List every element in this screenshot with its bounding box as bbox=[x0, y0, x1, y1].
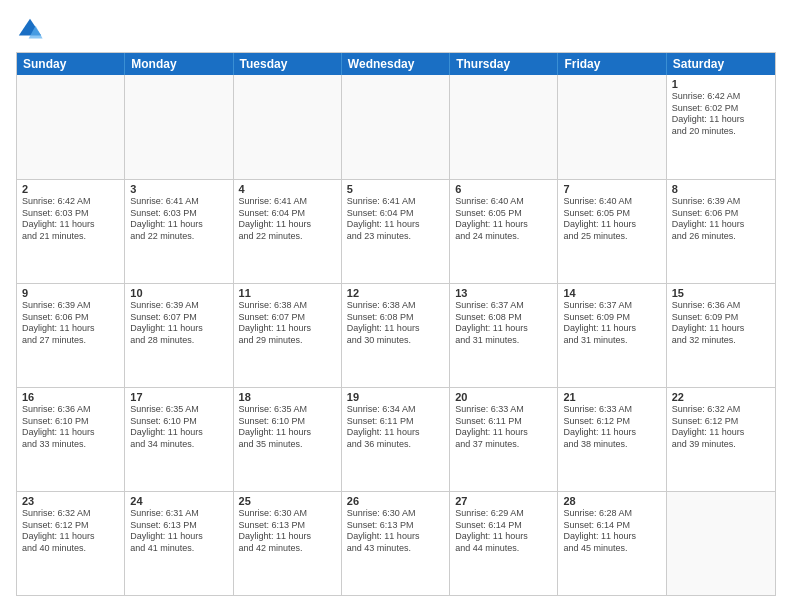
day-info: Sunrise: 6:39 AM Sunset: 6:06 PM Dayligh… bbox=[672, 196, 770, 243]
day-cell-21: 21Sunrise: 6:33 AM Sunset: 6:12 PM Dayli… bbox=[558, 388, 666, 491]
header-day-thursday: Thursday bbox=[450, 53, 558, 75]
day-number: 15 bbox=[672, 287, 770, 299]
day-cell-24: 24Sunrise: 6:31 AM Sunset: 6:13 PM Dayli… bbox=[125, 492, 233, 595]
day-info: Sunrise: 6:32 AM Sunset: 6:12 PM Dayligh… bbox=[22, 508, 119, 555]
calendar-row-2: 9Sunrise: 6:39 AM Sunset: 6:06 PM Daylig… bbox=[17, 283, 775, 387]
day-number: 9 bbox=[22, 287, 119, 299]
day-info: Sunrise: 6:41 AM Sunset: 6:03 PM Dayligh… bbox=[130, 196, 227, 243]
day-number: 7 bbox=[563, 183, 660, 195]
empty-cell-4-6 bbox=[667, 492, 775, 595]
day-cell-27: 27Sunrise: 6:29 AM Sunset: 6:14 PM Dayli… bbox=[450, 492, 558, 595]
day-info: Sunrise: 6:31 AM Sunset: 6:13 PM Dayligh… bbox=[130, 508, 227, 555]
logo bbox=[16, 16, 46, 44]
day-info: Sunrise: 6:42 AM Sunset: 6:02 PM Dayligh… bbox=[672, 91, 770, 138]
day-number: 6 bbox=[455, 183, 552, 195]
day-number: 13 bbox=[455, 287, 552, 299]
calendar-row-1: 2Sunrise: 6:42 AM Sunset: 6:03 PM Daylig… bbox=[17, 179, 775, 283]
day-cell-7: 7Sunrise: 6:40 AM Sunset: 6:05 PM Daylig… bbox=[558, 180, 666, 283]
day-info: Sunrise: 6:30 AM Sunset: 6:13 PM Dayligh… bbox=[239, 508, 336, 555]
day-number: 23 bbox=[22, 495, 119, 507]
day-number: 14 bbox=[563, 287, 660, 299]
day-number: 17 bbox=[130, 391, 227, 403]
day-info: Sunrise: 6:40 AM Sunset: 6:05 PM Dayligh… bbox=[455, 196, 552, 243]
day-info: Sunrise: 6:30 AM Sunset: 6:13 PM Dayligh… bbox=[347, 508, 444, 555]
day-cell-4: 4Sunrise: 6:41 AM Sunset: 6:04 PM Daylig… bbox=[234, 180, 342, 283]
header-day-saturday: Saturday bbox=[667, 53, 775, 75]
header-day-tuesday: Tuesday bbox=[234, 53, 342, 75]
day-info: Sunrise: 6:41 AM Sunset: 6:04 PM Dayligh… bbox=[239, 196, 336, 243]
day-info: Sunrise: 6:41 AM Sunset: 6:04 PM Dayligh… bbox=[347, 196, 444, 243]
day-info: Sunrise: 6:40 AM Sunset: 6:05 PM Dayligh… bbox=[563, 196, 660, 243]
day-number: 20 bbox=[455, 391, 552, 403]
day-cell-14: 14Sunrise: 6:37 AM Sunset: 6:09 PM Dayli… bbox=[558, 284, 666, 387]
day-number: 10 bbox=[130, 287, 227, 299]
day-cell-20: 20Sunrise: 6:33 AM Sunset: 6:11 PM Dayli… bbox=[450, 388, 558, 491]
day-info: Sunrise: 6:36 AM Sunset: 6:10 PM Dayligh… bbox=[22, 404, 119, 451]
header bbox=[16, 16, 776, 44]
day-number: 5 bbox=[347, 183, 444, 195]
day-number: 12 bbox=[347, 287, 444, 299]
day-cell-11: 11Sunrise: 6:38 AM Sunset: 6:07 PM Dayli… bbox=[234, 284, 342, 387]
day-cell-17: 17Sunrise: 6:35 AM Sunset: 6:10 PM Dayli… bbox=[125, 388, 233, 491]
day-cell-28: 28Sunrise: 6:28 AM Sunset: 6:14 PM Dayli… bbox=[558, 492, 666, 595]
day-cell-13: 13Sunrise: 6:37 AM Sunset: 6:08 PM Dayli… bbox=[450, 284, 558, 387]
day-number: 19 bbox=[347, 391, 444, 403]
day-info: Sunrise: 6:35 AM Sunset: 6:10 PM Dayligh… bbox=[130, 404, 227, 451]
calendar-header: SundayMondayTuesdayWednesdayThursdayFrid… bbox=[17, 53, 775, 75]
empty-cell-0-2 bbox=[234, 75, 342, 179]
day-cell-5: 5Sunrise: 6:41 AM Sunset: 6:04 PM Daylig… bbox=[342, 180, 450, 283]
day-number: 16 bbox=[22, 391, 119, 403]
day-info: Sunrise: 6:37 AM Sunset: 6:08 PM Dayligh… bbox=[455, 300, 552, 347]
calendar-row-3: 16Sunrise: 6:36 AM Sunset: 6:10 PM Dayli… bbox=[17, 387, 775, 491]
day-cell-2: 2Sunrise: 6:42 AM Sunset: 6:03 PM Daylig… bbox=[17, 180, 125, 283]
day-cell-19: 19Sunrise: 6:34 AM Sunset: 6:11 PM Dayli… bbox=[342, 388, 450, 491]
day-info: Sunrise: 6:38 AM Sunset: 6:07 PM Dayligh… bbox=[239, 300, 336, 347]
day-info: Sunrise: 6:33 AM Sunset: 6:12 PM Dayligh… bbox=[563, 404, 660, 451]
calendar-row-4: 23Sunrise: 6:32 AM Sunset: 6:12 PM Dayli… bbox=[17, 491, 775, 595]
empty-cell-0-5 bbox=[558, 75, 666, 179]
day-number: 22 bbox=[672, 391, 770, 403]
day-info: Sunrise: 6:39 AM Sunset: 6:06 PM Dayligh… bbox=[22, 300, 119, 347]
day-number: 4 bbox=[239, 183, 336, 195]
calendar: SundayMondayTuesdayWednesdayThursdayFrid… bbox=[16, 52, 776, 596]
day-cell-8: 8Sunrise: 6:39 AM Sunset: 6:06 PM Daylig… bbox=[667, 180, 775, 283]
day-info: Sunrise: 6:36 AM Sunset: 6:09 PM Dayligh… bbox=[672, 300, 770, 347]
day-cell-18: 18Sunrise: 6:35 AM Sunset: 6:10 PM Dayli… bbox=[234, 388, 342, 491]
day-cell-12: 12Sunrise: 6:38 AM Sunset: 6:08 PM Dayli… bbox=[342, 284, 450, 387]
day-info: Sunrise: 6:39 AM Sunset: 6:07 PM Dayligh… bbox=[130, 300, 227, 347]
day-info: Sunrise: 6:35 AM Sunset: 6:10 PM Dayligh… bbox=[239, 404, 336, 451]
calendar-body: 1Sunrise: 6:42 AM Sunset: 6:02 PM Daylig… bbox=[17, 75, 775, 595]
day-number: 11 bbox=[239, 287, 336, 299]
day-info: Sunrise: 6:38 AM Sunset: 6:08 PM Dayligh… bbox=[347, 300, 444, 347]
day-cell-23: 23Sunrise: 6:32 AM Sunset: 6:12 PM Dayli… bbox=[17, 492, 125, 595]
day-number: 18 bbox=[239, 391, 336, 403]
day-cell-16: 16Sunrise: 6:36 AM Sunset: 6:10 PM Dayli… bbox=[17, 388, 125, 491]
day-cell-9: 9Sunrise: 6:39 AM Sunset: 6:06 PM Daylig… bbox=[17, 284, 125, 387]
day-number: 25 bbox=[239, 495, 336, 507]
day-info: Sunrise: 6:34 AM Sunset: 6:11 PM Dayligh… bbox=[347, 404, 444, 451]
header-day-wednesday: Wednesday bbox=[342, 53, 450, 75]
day-cell-25: 25Sunrise: 6:30 AM Sunset: 6:13 PM Dayli… bbox=[234, 492, 342, 595]
page: SundayMondayTuesdayWednesdayThursdayFrid… bbox=[0, 0, 792, 612]
day-number: 24 bbox=[130, 495, 227, 507]
day-number: 1 bbox=[672, 78, 770, 90]
calendar-row-0: 1Sunrise: 6:42 AM Sunset: 6:02 PM Daylig… bbox=[17, 75, 775, 179]
day-cell-22: 22Sunrise: 6:32 AM Sunset: 6:12 PM Dayli… bbox=[667, 388, 775, 491]
day-info: Sunrise: 6:37 AM Sunset: 6:09 PM Dayligh… bbox=[563, 300, 660, 347]
empty-cell-0-1 bbox=[125, 75, 233, 179]
day-number: 27 bbox=[455, 495, 552, 507]
day-info: Sunrise: 6:33 AM Sunset: 6:11 PM Dayligh… bbox=[455, 404, 552, 451]
header-day-sunday: Sunday bbox=[17, 53, 125, 75]
day-number: 21 bbox=[563, 391, 660, 403]
day-cell-3: 3Sunrise: 6:41 AM Sunset: 6:03 PM Daylig… bbox=[125, 180, 233, 283]
day-info: Sunrise: 6:28 AM Sunset: 6:14 PM Dayligh… bbox=[563, 508, 660, 555]
empty-cell-0-3 bbox=[342, 75, 450, 179]
day-cell-15: 15Sunrise: 6:36 AM Sunset: 6:09 PM Dayli… bbox=[667, 284, 775, 387]
empty-cell-0-0 bbox=[17, 75, 125, 179]
day-cell-26: 26Sunrise: 6:30 AM Sunset: 6:13 PM Dayli… bbox=[342, 492, 450, 595]
day-number: 28 bbox=[563, 495, 660, 507]
day-number: 2 bbox=[22, 183, 119, 195]
day-number: 26 bbox=[347, 495, 444, 507]
header-day-monday: Monday bbox=[125, 53, 233, 75]
day-info: Sunrise: 6:42 AM Sunset: 6:03 PM Dayligh… bbox=[22, 196, 119, 243]
